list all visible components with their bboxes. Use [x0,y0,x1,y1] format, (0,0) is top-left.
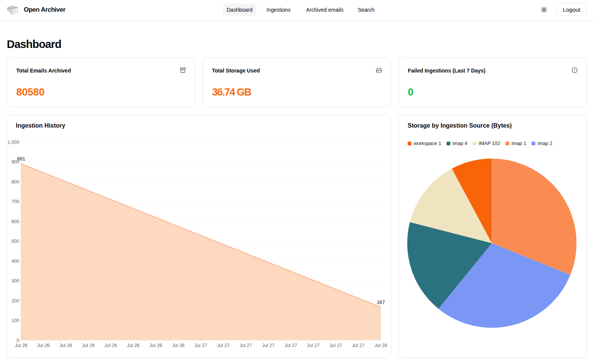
svg-text:Jul 27: Jul 27 [329,343,342,348]
svg-text:891: 891 [17,156,25,162]
svg-text:500: 500 [11,239,19,244]
svg-text:600: 600 [11,219,19,224]
svg-text:700: 700 [11,199,19,204]
svg-text:Jul 27: Jul 27 [262,343,275,348]
svg-text:Jul 27: Jul 27 [240,343,252,348]
svg-text:Jul 26: Jul 26 [37,343,49,348]
svg-text:0: 0 [17,338,19,343]
svg-text:Jul 26: Jul 26 [127,343,139,348]
svg-text:Jul 27: Jul 27 [217,343,229,348]
svg-text:Jul 26: Jul 26 [59,343,72,348]
svg-text:Jul 26: Jul 26 [15,343,27,348]
svg-text:Jul 26: Jul 26 [172,343,184,348]
svg-text:Jul 27: Jul 27 [195,343,207,348]
svg-text:100: 100 [11,318,19,323]
svg-text:Jul 26: Jul 26 [105,343,117,348]
svg-text:1,000: 1,000 [8,140,19,145]
svg-text:Jul 28: Jul 28 [374,343,387,348]
svg-text:Jul 27: Jul 27 [352,343,365,348]
svg-text:800: 800 [11,179,19,185]
svg-text:200: 200 [11,298,19,304]
svg-text:Jul 26: Jul 26 [82,343,94,348]
svg-text:300: 300 [11,278,19,284]
svg-text:Jul 27: Jul 27 [307,343,320,348]
svg-text:Jul 26: Jul 26 [150,343,162,348]
svg-text:Jul 27: Jul 27 [284,343,297,348]
svg-text:400: 400 [11,259,19,264]
svg-text:167: 167 [377,299,385,305]
